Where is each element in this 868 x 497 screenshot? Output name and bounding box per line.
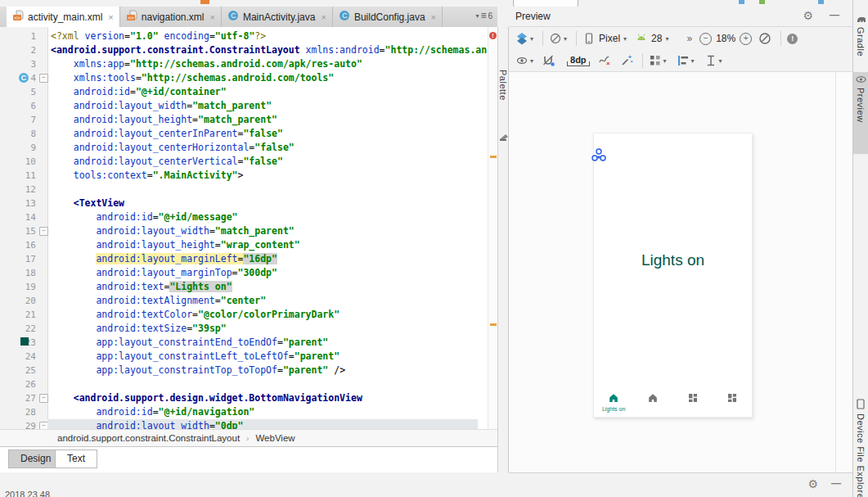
tab-close-icon[interactable]: × xyxy=(321,12,326,22)
tab-close-icon[interactable]: × xyxy=(108,12,113,22)
tab-label: BuildConfig.java xyxy=(354,11,425,23)
code-line[interactable]: android:id="@+id/navigation" xyxy=(51,405,478,419)
align-icon xyxy=(677,54,690,67)
palette-icon[interactable] xyxy=(499,132,509,144)
code-line[interactable]: <TextView xyxy=(51,197,478,210)
tool-tab-preview[interactable]: Preview xyxy=(853,72,868,154)
gear-icon[interactable]: ⚙ xyxy=(803,10,813,21)
code-line[interactable]: android:layout_width="0dp" xyxy=(47,419,478,429)
tool-tab-gradle[interactable]: Gradle xyxy=(853,11,868,60)
tab-close-icon[interactable]: × xyxy=(210,12,215,22)
code-line[interactable]: android:layout_width="match_parent" xyxy=(51,99,478,113)
code-line[interactable]: android:textSize="39sp" xyxy=(51,322,478,336)
nav-item-dashboard[interactable] xyxy=(713,393,752,412)
warning-mark[interactable] xyxy=(490,323,497,326)
fold-marker[interactable]: − xyxy=(39,394,48,403)
code-line[interactable]: tools:context=".MainActivity"> xyxy=(51,169,478,183)
clear-constraints-button[interactable]: × xyxy=(598,54,612,67)
default-margin-control[interactable]: 8dp xyxy=(567,55,590,66)
chevron-down-icon: ▾ xyxy=(665,35,668,43)
java-class-icon: C xyxy=(227,10,239,24)
minimize-icon[interactable]: — xyxy=(831,477,841,489)
code-line[interactable]: android:id="@+id/message" xyxy=(51,210,478,224)
editor-tab[interactable]: <>activity_main.xml× xyxy=(7,7,120,28)
render-issues-icon[interactable]: ! xyxy=(787,34,798,44)
code-line[interactable]: android:textColor="@color/colorPrimaryDa… xyxy=(51,308,478,322)
infer-constraints-button[interactable]: ✦✦ xyxy=(620,54,633,67)
tool-tab-device-file-explorer[interactable]: Device File Explorer xyxy=(853,396,868,497)
line-number: 20 xyxy=(0,294,36,308)
code-line[interactable]: xmlns:app="http://schemas.android.com/ap… xyxy=(51,57,478,71)
hidden-tabs-dropdown[interactable]: ▾ ≡ 6 xyxy=(475,10,492,21)
code-line[interactable]: android:layout_marginTop="300dp" xyxy=(51,266,478,280)
api-level-selector[interactable]: 28 ▾ xyxy=(635,32,668,45)
palette-tab[interactable]: Palette xyxy=(498,70,508,101)
code-line[interactable]: xmlns:tools="http://schemas.android.com/… xyxy=(51,71,478,85)
line-number: 7 xyxy=(0,113,36,127)
device-name: Pixel xyxy=(599,33,620,44)
bottom-navigation-view[interactable]: Lights on xyxy=(594,393,752,412)
editor-tab[interactable]: <>navigation.xml× xyxy=(120,7,222,27)
code-line[interactable]: android:textAlignment="center" xyxy=(51,294,478,308)
minimize-icon[interactable]: — xyxy=(830,9,839,20)
editor-tab[interactable]: CBuildConfig.java× xyxy=(333,7,443,27)
code-line[interactable]: android:layout_centerVertical="false" xyxy=(51,155,478,169)
panel-scrollbar[interactable] xyxy=(835,72,836,472)
svg-text:C: C xyxy=(342,11,347,20)
zoom-in-button[interactable]: + xyxy=(740,33,752,45)
warning-mark[interactable] xyxy=(490,156,497,158)
zoom-reset-button[interactable] xyxy=(758,32,771,45)
breadcrumb-item[interactable]: WebView xyxy=(255,433,295,443)
device-preview-canvas[interactable]: Lights on Lights on xyxy=(593,133,753,418)
selected-widget-handles[interactable] xyxy=(591,147,607,166)
overflow-icon[interactable]: » xyxy=(686,33,691,44)
chevron-down-icon: ▾ xyxy=(623,35,627,43)
code-line[interactable]: android:layout_centerHorizontal="false" xyxy=(51,141,478,155)
code-line[interactable]: <android.support.design.widget.BottomNav… xyxy=(51,391,478,405)
fold-marker[interactable]: − xyxy=(39,74,48,83)
nav-item-home[interactable]: Lights on xyxy=(594,393,633,412)
view-options-button[interactable]: ▾ xyxy=(515,54,533,67)
fold-marker[interactable]: − xyxy=(39,227,48,236)
code-line[interactable]: android:layout_centerInParent="false" xyxy=(51,127,478,141)
pack-selector[interactable]: ▾ xyxy=(649,54,667,67)
code-line[interactable]: android:text="Lights on" xyxy=(51,280,478,294)
clear-constraints-icon: × xyxy=(598,54,612,67)
code-line[interactable] xyxy=(51,183,478,197)
gear-icon[interactable]: ⚙ xyxy=(807,478,818,490)
code-line[interactable]: android:layout_width="match_parent" xyxy=(51,224,478,238)
distribute-selector[interactable]: ▾ xyxy=(704,54,722,67)
autoconnect-toggle[interactable] xyxy=(542,54,555,67)
tab-text[interactable]: Text xyxy=(55,450,97,468)
color-swatch[interactable] xyxy=(20,337,29,346)
code-line[interactable]: app:layout_constraintEnd_toEndOf="parent… xyxy=(51,336,478,350)
breadcrumb-item[interactable]: android.support.constraint.ConstraintLay… xyxy=(57,433,240,443)
orientation-button[interactable]: ▾ xyxy=(549,32,567,45)
magic-wand-icon: ✦✦ xyxy=(620,54,633,67)
class-gutter-icon[interactable]: C xyxy=(19,73,29,83)
dashboard-icon xyxy=(688,394,698,405)
code-line[interactable]: android:layout_height="match_parent" xyxy=(51,113,478,127)
divider xyxy=(642,53,643,68)
code-editor[interactable]: 1234567891011121314151617181920212223242… xyxy=(0,27,488,429)
code-line[interactable]: <android.support.constraint.ConstraintLa… xyxy=(51,43,478,57)
align-selector[interactable]: ▾ xyxy=(677,54,695,67)
editor-tab[interactable]: CMainActivity.java× xyxy=(222,7,333,27)
code-line[interactable]: app:layout_constraintTop_toTopOf="parent… xyxy=(51,364,478,377)
device-selector[interactable]: Pixel ▾ xyxy=(582,32,627,45)
divider xyxy=(780,31,781,46)
code-line[interactable]: <?xml version="1.0" encoding="utf-8"?> xyxy=(51,29,478,43)
nav-item-home[interactable] xyxy=(633,393,672,412)
preview-message-text[interactable]: Lights on xyxy=(594,251,752,269)
design-surface-button[interactable]: ▾ xyxy=(515,32,533,45)
nav-item-dashboard[interactable] xyxy=(673,393,713,412)
preview-canvas-area[interactable]: Lights on Lights on xyxy=(509,72,852,472)
code-line[interactable]: android:layout_height="wrap_content" xyxy=(51,238,478,252)
code-line[interactable]: android:layout_marginLeft="16dp" xyxy=(51,252,478,266)
error-indicator-icon[interactable]: ! xyxy=(489,32,497,39)
tab-close-icon[interactable]: × xyxy=(431,12,436,22)
code-line[interactable] xyxy=(51,377,478,391)
code-line[interactable]: app:layout_constraintLeft_toLeftOf="pare… xyxy=(51,350,478,364)
zoom-out-button[interactable]: − xyxy=(699,33,712,45)
code-line[interactable]: android:id="@+id/container" xyxy=(51,85,478,99)
